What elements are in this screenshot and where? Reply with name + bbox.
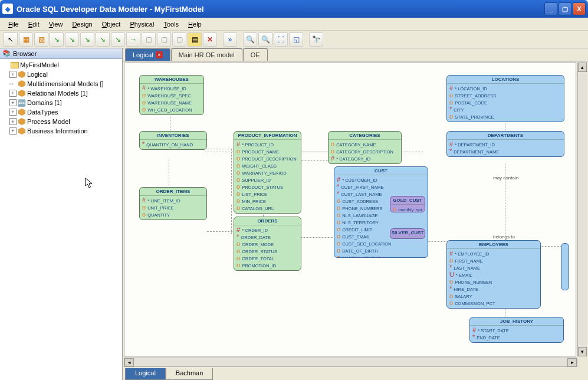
expand-icon[interactable]: + — [9, 90, 17, 97]
notation-tabs: Logical Bachman — [123, 368, 588, 380]
close-button[interactable]: X — [573, 2, 586, 15]
cube-icon — [18, 118, 25, 125]
note-tool[interactable]: ▤ — [188, 32, 202, 47]
browser-icon: 📚 — [2, 50, 11, 57]
expand-icon[interactable]: + — [9, 118, 17, 125]
entity-warehouses[interactable]: WAREHOUSES # * WAREHOUSE_IDo WAREHOUSE_S… — [139, 75, 204, 115]
menu-tools[interactable]: Tools — [159, 19, 183, 29]
relation-5[interactable]: ↘ — [111, 32, 125, 47]
menu-help[interactable]: Help — [183, 19, 206, 29]
relation-3[interactable]: ↘ — [80, 32, 94, 47]
search-icon[interactable]: 🔭 — [309, 32, 323, 47]
box-2[interactable]: ▢ — [157, 32, 171, 47]
browser-header: 📚 Browser — [0, 48, 122, 59]
entity-tool[interactable]: ▦ — [19, 32, 33, 47]
menubar: File Edit View Design Object Physical To… — [0, 18, 588, 31]
window-title: Oracle SQL Developer Data Modeler - MyFi… — [17, 5, 544, 14]
browser-sidebar: 📚 Browser MyFirstModel + Logical ┈ Multi… — [0, 48, 123, 380]
zoom-fit-icon[interactable]: ⛶ — [274, 32, 288, 47]
minimize-button[interactable]: _ — [544, 2, 557, 15]
entity-silver-cust[interactable]: SILVER_CUST — [390, 228, 425, 239]
entity-locations[interactable]: LOCATIONS # * LOCATION_IDo STREET_ADDRES… — [446, 75, 564, 122]
cube-icon — [18, 80, 25, 87]
expand-tool[interactable]: » — [223, 32, 237, 47]
entity-edge-right[interactable] — [561, 243, 569, 290]
tree-domains[interactable]: + 🔤 Domains [1] — [1, 98, 121, 107]
relation-2[interactable]: ↘ — [65, 32, 79, 47]
folder-icon — [11, 62, 19, 68]
delete-tool[interactable]: ✕ — [203, 32, 217, 47]
entity-employees[interactable]: EMPLOYEES # * EMPLOYEE_IDo FIRST_NAME* L… — [446, 240, 541, 309]
zoom-out-icon[interactable]: 🔍 — [258, 32, 272, 47]
cube-icon — [18, 109, 25, 116]
expand-icon[interactable]: + — [9, 99, 17, 106]
diagram-tabs: Logical × Main HR OE model OE — [123, 48, 588, 61]
menu-view[interactable]: View — [44, 19, 68, 29]
window-titlebar: ◆ Oracle SQL Developer Data Modeler - My… — [0, 0, 588, 18]
box-3[interactable]: ▢ — [172, 32, 186, 47]
vertical-scrollbar[interactable]: ▴ ▾ — [577, 63, 587, 356]
entity-product-info[interactable]: PRODUCT_INFORMATION # * PRODUCT_IDo PROD… — [234, 131, 301, 214]
horizontal-scrollbar[interactable]: ◂ ▸ — [124, 358, 577, 367]
entity-departments[interactable]: DEPARTMENTS # * DEPARTMENT_ID* DEPARTMEN… — [446, 131, 564, 157]
app-icon: ◆ — [2, 4, 13, 14]
maximize-button[interactable]: ▢ — [559, 2, 571, 15]
close-tab-icon[interactable]: × — [156, 51, 163, 58]
tree-root[interactable]: MyFirstModel — [1, 60, 121, 70]
relation-4[interactable]: ↘ — [96, 32, 110, 47]
zoom-window-icon[interactable]: ◱ — [289, 32, 303, 47]
domains-icon: 🔤 — [18, 99, 26, 107]
scroll-down-icon[interactable]: ▾ — [578, 347, 587, 356]
pointer-tool[interactable]: ↖ — [4, 32, 18, 47]
entity-gold-cust[interactable]: GOLD_CUST o monthly_spend — [390, 196, 425, 212]
entity-order-items[interactable]: ORDER_ITEMS # * LINE_ITEM_IDo UNIT_PRICE… — [139, 187, 207, 220]
entity-orders[interactable]: ORDERS # * ORDER_ID* ORDER_DATEo ORDER_M… — [234, 217, 301, 271]
tree-multidim[interactable]: ┈ Multidimensional Models [] — [1, 79, 121, 89]
btab-logical[interactable]: Logical — [125, 368, 166, 380]
menu-file[interactable]: File — [4, 19, 24, 29]
cube-icon — [18, 90, 25, 97]
tab-mainhr[interactable]: Main HR OE model — [171, 48, 242, 61]
menu-physical[interactable]: Physical — [125, 19, 159, 29]
relation-1[interactable]: ↘ — [50, 32, 64, 47]
expand-icon[interactable]: + — [9, 109, 17, 116]
tab-logical[interactable]: Logical × — [125, 48, 170, 61]
toolbar: ↖ ▦ ▧ ↘ ↘ ↘ ↘ ↘ → ▢ ▢ ▢ ▤ ✕ » 🔍 🔍 ⛶ ◱ 🔭 — [0, 31, 588, 48]
entity-categories[interactable]: CATEGORIES o CATEGORY_NAMEo CATEGORY_DES… — [328, 131, 402, 164]
relation-label-belongs: belongs to — [493, 234, 515, 240]
entity-inventories[interactable]: INVENTORIES * QUANTITY_ON_HAND — [139, 131, 207, 150]
entity-job-history[interactable]: JOB_HISTORY # * START_DATE* END_DATE — [469, 317, 564, 343]
box-1[interactable]: ▢ — [142, 32, 156, 47]
tree-businfo[interactable]: + Business Information — [1, 126, 121, 136]
scroll-up-icon[interactable]: ▴ — [578, 63, 587, 72]
menu-design[interactable]: Design — [67, 19, 97, 29]
cube-icon — [18, 127, 25, 135]
expand-icon[interactable]: + — [9, 71, 17, 78]
menu-object[interactable]: Object — [97, 19, 126, 29]
relation-6[interactable]: → — [126, 32, 140, 47]
btab-bachman[interactable]: Bachman — [166, 368, 213, 380]
tree-process[interactable]: + Process Model — [1, 117, 121, 126]
relation-label-maycontain: may contain — [493, 175, 518, 181]
tree-datatypes[interactable]: + DataTypes — [1, 107, 121, 117]
scroll-left-icon[interactable]: ◂ — [124, 358, 134, 366]
scroll-right-icon[interactable]: ▸ — [567, 358, 577, 366]
view-tool[interactable]: ▧ — [34, 32, 48, 47]
browser-title: Browser — [13, 50, 37, 57]
menu-edit[interactable]: Edit — [24, 19, 44, 29]
expand-icon[interactable]: + — [9, 127, 17, 135]
tree-logical[interactable]: + Logical — [1, 70, 121, 79]
tree-relational[interactable]: + Relational Models [1] — [1, 89, 121, 98]
cube-icon — [18, 71, 25, 78]
diagram-canvas[interactable]: may contain belongs to WAREHOUSES # * WA… — [124, 63, 576, 356]
zoom-in-icon[interactable]: 🔍 — [243, 32, 257, 47]
tab-oe[interactable]: OE — [243, 48, 268, 61]
